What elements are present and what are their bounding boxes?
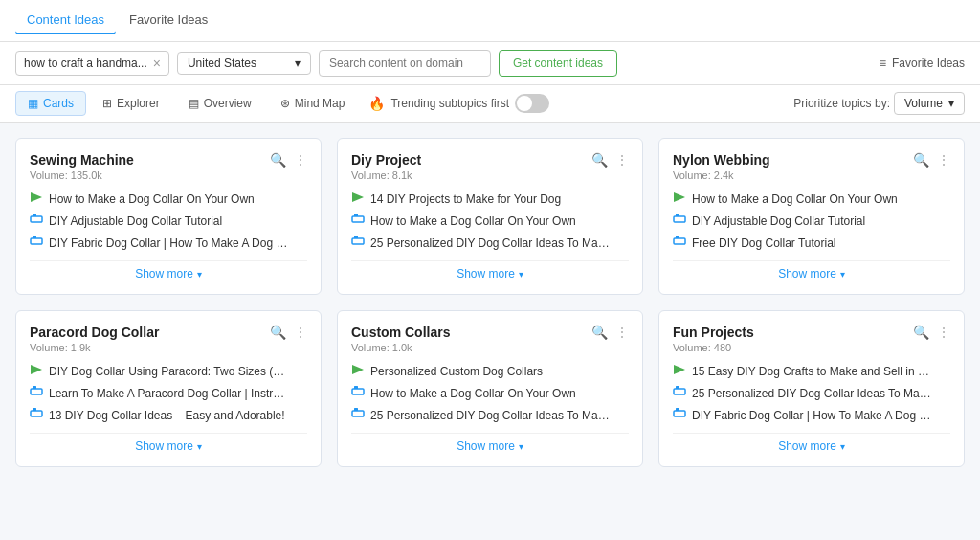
article-icon [30, 407, 43, 423]
more-icon[interactable]: ⋮ [615, 152, 629, 168]
svg-rect-19 [33, 408, 36, 411]
card-diy-project-icons: 🔍⋮ [591, 152, 629, 168]
svg-rect-17 [33, 386, 36, 389]
card-item-text: Free DIY Dog Collar Tutorial [692, 236, 836, 250]
card-diy-project-volume: Volume: 8.1k [351, 169, 629, 181]
header: Content Ideas Favorite Ideas [0, 0, 980, 42]
search-icon[interactable]: 🔍 [270, 325, 286, 340]
show-more-label: Show more [135, 439, 193, 453]
svg-rect-18 [31, 411, 42, 416]
card-custom-collars-show-more[interactable]: Show more ▾ [351, 433, 629, 453]
card-item[interactable]: DIY Fabric Dog Collar | How To Make A Do… [673, 407, 950, 423]
card-item[interactable]: DIY Adjustable Dog Collar Tutorial [30, 213, 307, 229]
svg-rect-11 [674, 216, 685, 222]
more-icon[interactable]: ⋮ [615, 325, 629, 340]
tab-mind-map[interactable]: ⊛ Mind Map [268, 91, 358, 116]
tab-favorite-ideas[interactable]: Favorite Ideas [118, 7, 219, 34]
card-nylon-webbing-show-more[interactable]: Show more ▾ [673, 260, 950, 281]
card-custom-collars: Custom Collars🔍⋮Volume: 1.0kPersonalized… [337, 310, 643, 467]
more-icon[interactable]: ⋮ [937, 152, 950, 168]
card-paracord-dog-collar-show-more[interactable]: Show more ▾ [30, 433, 307, 453]
article-icon [351, 385, 365, 401]
tab-content-ideas[interactable]: Content Ideas [15, 7, 116, 34]
close-keyword-icon[interactable]: × [153, 56, 161, 71]
card-item[interactable]: How to Make a Dog Collar On Your Own [673, 191, 950, 207]
chevron-down-icon: ▾ [840, 269, 845, 280]
volume-select[interactable]: Volume ▾ [894, 92, 965, 115]
card-paracord-dog-collar-header: Paracord Dog Collar🔍⋮ [30, 325, 307, 340]
card-diy-project-show-more[interactable]: Show more ▾ [351, 260, 629, 281]
card-nylon-webbing-header: Nylon Webbing🔍⋮ [673, 152, 950, 168]
search-icon[interactable]: 🔍 [270, 152, 286, 168]
tab-overview[interactable]: ▤ Overview [176, 91, 264, 116]
card-item-text: DIY Fabric Dog Collar | How To Make A Do… [49, 236, 288, 250]
card-item[interactable]: Learn To Make A Paracord Dog Collar | In… [30, 385, 307, 401]
card-sewing-machine-show-more[interactable]: Show more ▾ [30, 260, 307, 281]
card-paracord-dog-collar-items: DIY Dog Collar Using Paracord: Two Sizes… [30, 363, 307, 423]
get-content-ideas-button[interactable]: Get content ideas [499, 50, 617, 77]
explorer-icon: ⊞ [102, 97, 112, 110]
country-label: United States [188, 56, 256, 70]
overview-label: Overview [204, 97, 252, 110]
search-icon[interactable]: 🔍 [591, 325, 608, 340]
card-item-text: 15 Easy DIY Dog Crafts to Make and Sell … [692, 365, 931, 378]
card-fun-projects-show-more[interactable]: Show more ▾ [673, 433, 950, 453]
country-select[interactable]: United States ▾ [177, 52, 311, 75]
card-sewing-machine-items: How to Make a Dog Collar On Your OwnDIY … [30, 191, 307, 251]
card-sewing-machine-volume: Volume: 135.0k [30, 169, 307, 181]
favorite-ideas-button[interactable]: ≡ Favorite Ideas [880, 56, 965, 70]
card-item[interactable]: 13 DIY Dog Collar Ideas – Easy and Adora… [30, 407, 307, 423]
trending-toggle-switch[interactable] [515, 94, 549, 113]
card-item-text: 25 Personalized DIY Dog Collar Ideas To … [370, 236, 610, 250]
svg-rect-27 [676, 386, 679, 389]
search-icon[interactable]: 🔍 [913, 325, 929, 340]
card-item[interactable]: DIY Dog Collar Using Paracord: Two Sizes… [30, 363, 307, 379]
article-icon [673, 407, 686, 423]
card-item[interactable]: Free DIY Dog Collar Tutorial [673, 235, 950, 251]
show-more-label: Show more [457, 439, 515, 453]
card-item-text: 25 Personalized DIY Dog Collar Ideas To … [692, 387, 931, 400]
favorite-ideas-label: Favorite Ideas [892, 56, 965, 70]
card-item[interactable]: 14 DIY Projects to Make for Your Dog [351, 191, 629, 207]
card-item[interactable]: How to Make a Dog Collar On Your Own [351, 213, 629, 229]
card-nylon-webbing-volume: Volume: 2.4k [673, 169, 950, 181]
card-paracord-dog-collar: Paracord Dog Collar🔍⋮Volume: 1.9kDIY Dog… [15, 310, 322, 467]
search-icon[interactable]: 🔍 [591, 152, 608, 168]
card-sewing-machine-title: Sewing Machine [30, 152, 134, 168]
search-domain-input[interactable] [319, 50, 491, 77]
toggle-knob [517, 96, 532, 111]
card-item-text: How to Make a Dog Collar On Your Own [370, 214, 576, 228]
svg-rect-14 [676, 236, 679, 238]
svg-rect-9 [354, 236, 358, 238]
more-icon[interactable]: ⋮ [294, 325, 307, 340]
card-item-text: DIY Fabric Dog Collar | How To Make A Do… [692, 409, 931, 422]
video-play-icon [351, 191, 365, 207]
card-item[interactable]: Personalized Custom Dog Collars [351, 363, 629, 379]
card-item[interactable]: 25 Personalized DIY Dog Collar Ideas To … [673, 385, 950, 401]
card-item[interactable]: How to Make a Dog Collar On Your Own [30, 191, 307, 207]
card-sewing-machine-icons: 🔍⋮ [270, 152, 307, 168]
card-item[interactable]: 25 Personalized DIY Dog Collar Ideas To … [351, 235, 629, 251]
tab-explorer[interactable]: ⊞ Explorer [90, 91, 172, 116]
card-diy-project-header: Diy Project🔍⋮ [351, 152, 629, 168]
card-item[interactable]: DIY Adjustable Dog Collar Tutorial [673, 213, 950, 229]
search-icon[interactable]: 🔍 [913, 152, 929, 168]
tab-cards[interactable]: ▦ Cards [15, 91, 86, 116]
card-item[interactable]: How to Make a Dog Collar On Your Own [351, 385, 629, 401]
more-icon[interactable]: ⋮ [937, 325, 950, 340]
card-item-text: 14 DIY Projects to Make for Your Dog [370, 192, 561, 206]
svg-rect-3 [31, 238, 42, 244]
video-play-icon [30, 191, 43, 207]
card-item[interactable]: 15 Easy DIY Dog Crafts to Make and Sell … [673, 363, 950, 379]
svg-rect-12 [676, 214, 679, 216]
card-fun-projects-header: Fun Projects🔍⋮ [673, 325, 950, 340]
card-item[interactable]: DIY Fabric Dog Collar | How To Make A Do… [30, 235, 307, 251]
card-item[interactable]: 25 Personalized DIY Dog Collar Ideas To … [351, 407, 629, 423]
more-icon[interactable]: ⋮ [294, 152, 307, 168]
favorite-list-icon: ≡ [880, 56, 886, 70]
card-custom-collars-items: Personalized Custom Dog CollarsHow to Ma… [351, 363, 629, 423]
article-icon [673, 235, 686, 251]
svg-rect-22 [354, 386, 358, 389]
article-icon [351, 407, 365, 423]
keyword-pill[interactable]: how to craft a handma... × [15, 51, 169, 76]
